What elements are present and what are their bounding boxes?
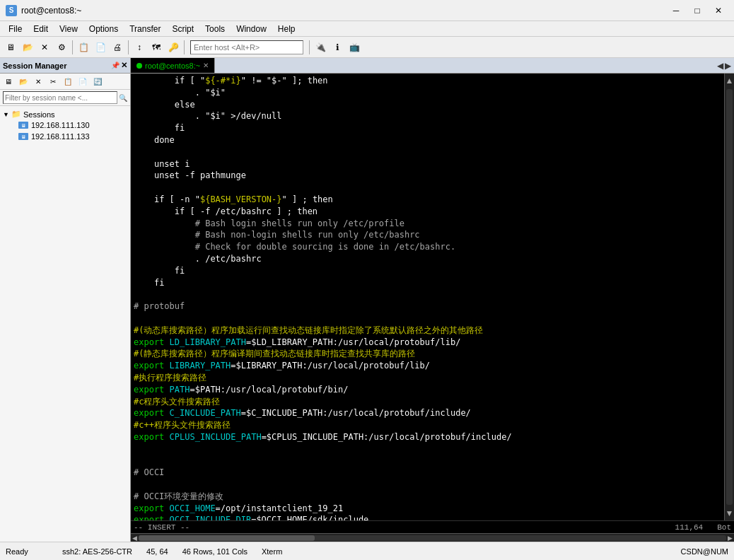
session-filter-input[interactable] [3,91,117,104]
session-toolbar: 🖥 📂 ✕ ✂ 📋 📄 🔄 [0,74,130,90]
session-panel-header: Session Manager 📌 ✕ [0,58,130,74]
session-icon-2: 🖥 [18,133,28,140]
terminal-status: -- INSERT -- 111,64 Bot [131,520,734,533]
terminal-hscroll[interactable]: ◀ ▶ [131,533,734,542]
stb-new[interactable]: 🖥 [1,75,16,88]
session-item-2[interactable]: 🖥 192.168.111.133 [1,131,129,142]
session-item-1[interactable]: 🖥 192.168.111.130 [1,119,129,131]
session-label-2: 192.168.111.133 [31,132,90,141]
tb-key-btn[interactable]: 🔑 [165,40,181,55]
terminal-area: root@centos8:~ ✕ ◀ ▶ if [ "${-#*i}" != "… [131,58,734,542]
tb-close-btn[interactable]: ✕ [37,40,52,55]
hscroll-track [139,535,726,541]
session-panel-pin[interactable]: 📌 [111,62,120,69]
status-dimensions: 46 Rows, 101 Cols [182,547,247,556]
scroll-thumb[interactable] [726,89,733,505]
tab-nav-prev[interactable]: ◀ [717,61,723,71]
tab-bar: root@centos8:~ ✕ ◀ ▶ [131,58,734,74]
menu-options[interactable]: Options [83,23,124,35]
terminal-vscroll[interactable]: ▲ ▼ [724,74,734,520]
terminal-inner: if [ "${-#*i}" != "$-" ]; then . "$i" el… [131,74,734,520]
terminal-text: if [ "${-#*i}" != "$-" ]; then . "$i" el… [134,75,721,520]
menu-edit[interactable]: Edit [28,23,54,35]
tab-nav: ◀ ▶ [714,61,734,71]
status-term: Xterm [262,547,282,556]
session-panel-close[interactable]: ✕ [121,61,127,70]
host-input[interactable] [190,40,303,54]
menu-tools[interactable]: Tools [199,23,231,35]
session-panel-title: Session Manager [3,62,66,70]
terminal-tab[interactable]: root@centos8:~ ✕ [131,58,215,73]
status-ssh: ssh2: AES-256-CTR [62,547,132,556]
menu-view[interactable]: View [54,23,83,35]
stb-copy[interactable]: 📋 [61,75,75,88]
app-status-bar: Ready ssh2: AES-256-CTR 45, 64 46 Rows, … [0,542,734,560]
window-controls: ─ □ ✕ [666,4,728,18]
menu-transfer[interactable]: Transfer [124,23,166,35]
tb-separator-1 [72,40,73,54]
tab-nav-next[interactable]: ▶ [725,61,731,71]
tab-label: root@centos8:~ [145,62,200,70]
minimize-button[interactable]: ─ [666,4,686,18]
close-button[interactable]: ✕ [709,4,728,18]
tb-map-btn[interactable]: 🗺 [148,40,164,55]
menu-help[interactable]: Help [272,23,301,35]
session-label-1: 192.168.111.130 [31,121,90,129]
session-filter: 🔍 [0,90,130,106]
stb-open[interactable]: 📂 [16,75,30,88]
tb-sftp-btn[interactable]: ↕ [132,40,147,55]
menu-file[interactable]: File [3,23,28,35]
sessions-group: ▼ 📁 Sessions 🖥 192.168.111.130 🖥 192.168… [1,109,129,142]
sessions-group-label: Sessions [23,110,55,119]
scroll-down-btn[interactable]: ▼ [725,506,734,520]
title-bar: S root@centos8:~ ─ □ ✕ [0,0,734,21]
tb-props-btn[interactable]: ⚙ [54,40,69,55]
window-title: root@centos8:~ [21,6,666,16]
tb-open-btn[interactable]: 📂 [20,40,35,55]
menu-bar: File Edit View Options Transfer Script T… [0,21,734,37]
toolbar: 🖥 📂 ✕ ⚙ 📋 📄 🖨 ↕ 🗺 🔑 🔌 ℹ 📺 [0,37,734,58]
tb-paste-btn[interactable]: 📄 [93,40,108,55]
terminal-mode: -- INSERT -- [134,523,675,532]
stb-cut[interactable]: ✂ [46,75,60,88]
session-panel: Session Manager 📌 ✕ 🖥 📂 ✕ ✂ 📋 📄 🔄 🔍 ▼ 📁 … [0,58,131,542]
tb-separator-2 [128,40,129,54]
tab-close-icon[interactable]: ✕ [203,62,209,69]
tree-folder-icon: 📁 [11,110,21,119]
tb-info-btn[interactable]: ℹ [330,40,345,55]
stb-del[interactable]: ✕ [31,75,45,88]
scroll-up-btn[interactable]: ▲ [725,74,734,88]
hscroll-right[interactable]: ▶ [728,535,733,542]
stb-paste[interactable]: 📄 [76,75,90,88]
terminal-position: 111,64 [675,523,704,532]
menu-window[interactable]: Window [231,23,272,35]
hscroll-left[interactable]: ◀ [132,535,137,542]
session-tree: ▼ 📁 Sessions 🖥 192.168.111.130 🖥 192.168… [0,106,130,542]
status-ready: Ready [6,547,48,556]
tb-print-btn[interactable]: 🖨 [110,40,125,55]
terminal-bot: Bot [717,523,731,532]
terminal-content[interactable]: if [ "${-#*i}" != "$-" ]; then . "$i" el… [131,74,724,520]
tb-new-btn[interactable]: 🖥 [3,40,18,55]
app-icon: S [6,5,17,16]
tb-separator-3 [184,40,185,54]
tree-arrow-sessions: ▼ [3,111,9,118]
tb-separator-4 [309,40,310,54]
stb-refresh[interactable]: 🔄 [91,75,105,88]
menu-script[interactable]: Script [166,23,199,35]
tb-connect-btn[interactable]: 🔌 [313,40,328,55]
status-cursor: 45, 64 [146,547,168,556]
filter-icon[interactable]: 🔍 [119,94,127,102]
maximize-button[interactable]: □ [687,4,707,18]
hscroll-thumb [139,535,315,541]
tb-copy-btn[interactable]: 📋 [76,40,91,55]
tb-display-btn[interactable]: 📺 [346,40,362,55]
tab-connected-icon [136,63,142,69]
session-icon-1: 🖥 [18,122,28,129]
main-area: Session Manager 📌 ✕ 🖥 📂 ✕ ✂ 📋 📄 🔄 🔍 ▼ 📁 … [0,58,734,542]
sessions-group-header[interactable]: ▼ 📁 Sessions [1,109,129,119]
status-extra: CSDN@NUM [681,547,728,556]
